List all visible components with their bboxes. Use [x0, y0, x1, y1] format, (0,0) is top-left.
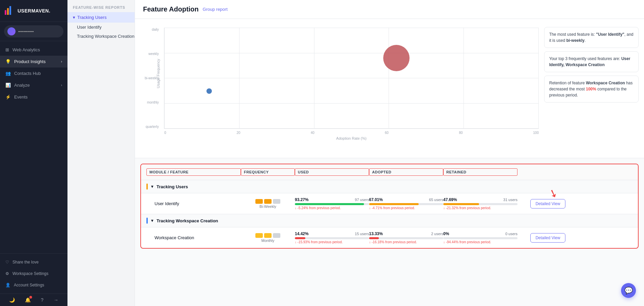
freq-dot-w2	[264, 233, 272, 238]
adopted-progress-bg-1	[369, 203, 443, 205]
metric-cell-adopted-1: 67.01% 65 users ↓ -4.71% from previous p…	[369, 197, 443, 210]
freq-dot-w1	[255, 233, 263, 238]
sidebar-item-workspace-settings[interactable]: ⚙ Workspace Settings	[0, 268, 67, 279]
nav-label: Web Analytics	[12, 47, 40, 52]
sub-nav-tracking-users[interactable]: ▾ Tracking Users	[67, 12, 135, 23]
sidebar-item-product-insights[interactable]: 💡 Product Insights ›	[0, 56, 67, 67]
used-pct-2: 14.42%	[295, 231, 309, 236]
sub-nav-label: Tracking Users	[77, 15, 107, 20]
group-label-tracking-workspace: Tracking Workspace Creation	[157, 218, 218, 223]
bubble-user-identify	[383, 45, 410, 71]
chevron-right-icon: ›	[61, 60, 62, 63]
used-pct-1: 93.27%	[295, 197, 309, 202]
chevron-right-icon: ›	[61, 83, 62, 87]
page-title: Feature Adoption	[143, 5, 199, 13]
sidebar-item-analyze[interactable]: 📊 Analyze ›	[0, 79, 67, 91]
grid-lines-v	[164, 28, 539, 129]
main-area: FEATURE-WISE REPORTS ▾ Tracking Users Us…	[67, 0, 644, 306]
page-header: Feature Adoption Group report	[135, 0, 644, 19]
group-row-tracking-workspace[interactable]: ▾ Tracking Workspace Creation	[141, 214, 638, 227]
y-label-monthly: monthly	[147, 101, 159, 104]
table-row: User Identify Bi-Weekly 93.27% 97 users	[141, 193, 638, 214]
sidebar-bottom: ♡ Share the love ⚙ Workspace Settings 👤 …	[0, 253, 67, 294]
account-area: ••••••••••••	[0, 22, 67, 41]
y-label-daily: daily	[152, 28, 159, 31]
feature-name-workspace-creation: Workspace Creation	[146, 235, 241, 240]
action-cell-2: Detailed View	[517, 233, 578, 243]
main-nav: ⊞ Web Analytics 💡 Product Insights › 👥 C…	[0, 41, 67, 253]
users-icon: 👥	[5, 71, 11, 76]
frequency-dots	[255, 199, 280, 204]
group-report-link[interactable]: Group report	[203, 7, 228, 12]
svg-rect-1	[7, 8, 9, 15]
used-users-2: 15 users	[355, 232, 369, 236]
x-label-0: 0	[164, 131, 166, 135]
x-axis-title: Adoption Rate (%)	[164, 136, 539, 140]
adopted-pct-2: 13.33%	[369, 231, 383, 236]
svg-rect-2	[9, 6, 11, 15]
th-frequency: FREQUENCY	[241, 168, 295, 176]
chart-section: Usage Frequency	[135, 19, 644, 158]
metric-cell-used-1: 93.27% 97 users ↓ -5.24% from previous p…	[295, 197, 369, 210]
metric-cell-retained-2: 0% 0 users ↓ -94.44% from previous perio…	[443, 231, 517, 244]
freq-label-monthly: Monthly	[261, 239, 275, 243]
group-row-tracking-users[interactable]: ▾ Tracking Users	[141, 180, 638, 193]
used-progress-bg-2	[295, 237, 369, 239]
adopted-change-1: ↓ -4.71% from previous period.	[369, 206, 443, 210]
th-retained: RETAINED	[443, 168, 517, 176]
detailed-view-button-1[interactable]: Detailed View	[530, 199, 565, 208]
adopted-progress-fill-1	[369, 203, 419, 205]
retained-users-2: 0 users	[505, 232, 517, 236]
chat-bubble-button[interactable]: 💬	[621, 283, 636, 298]
x-label-80: 80	[459, 131, 463, 135]
freq-dot-3	[273, 199, 280, 204]
retained-progress-bg-1	[443, 203, 517, 205]
sidebar-item-web-analytics[interactable]: ⊞ Web Analytics	[0, 44, 67, 56]
retained-change-2: ↓ -94.44% from previous period.	[443, 240, 517, 244]
sidebar-item-share-love[interactable]: ♡ Share the love	[0, 256, 67, 268]
adopted-pct-1: 67.01%	[369, 197, 383, 202]
retained-progress-bg-2	[443, 237, 517, 239]
sub-nav-child-label: Tracking Workspace Creation	[77, 34, 135, 39]
action-cell-1: ➘ Detailed View	[517, 199, 578, 208]
content-wrapper: FEATURE-WISE REPORTS ▾ Tracking Users Us…	[67, 0, 644, 306]
used-change-2: ↓ -15.93% from previous period.	[295, 240, 369, 244]
x-label-60: 60	[385, 131, 389, 135]
zap-icon: ⚡	[5, 94, 11, 100]
sidebar-footer: 🌙 🔔 ? →	[0, 294, 67, 306]
sub-nav-tracking-workspace[interactable]: Tracking Workspace Creation	[67, 32, 135, 41]
sidebar-item-events[interactable]: ⚡ Events	[0, 91, 67, 103]
logo-area: USERMAVEN.	[0, 0, 67, 22]
y-label-biweekly: bi-weekly	[145, 76, 159, 80]
y-label-weekly: weekly	[148, 52, 159, 56]
settings-icon: ⚙	[5, 271, 9, 276]
detailed-view-button-2[interactable]: Detailed View	[530, 233, 565, 243]
insight-card-2: Your top 3 frequently used features are:…	[544, 51, 639, 72]
sidebar-item-account-settings[interactable]: 👤 Account Settings	[0, 279, 67, 291]
adopted-change-2: ↓ -16.18% from previous period.	[369, 240, 443, 244]
grid-icon: ⊞	[5, 47, 9, 52]
help-icon[interactable]: ?	[41, 297, 44, 303]
nav-label: Events	[14, 94, 28, 100]
bell-icon[interactable]: 🔔	[25, 297, 31, 303]
sub-sidebar-title: FEATURE-WISE REPORTS	[67, 5, 135, 12]
chevron-down-icon: ▾	[73, 15, 75, 20]
grid-lines-h	[164, 28, 539, 129]
th-adopted: ADOPTED	[369, 168, 443, 176]
sidebar-item-contacts-hub[interactable]: 👥 Contacts Hub	[0, 67, 67, 79]
logout-icon[interactable]: →	[54, 297, 58, 303]
adopted-users-2: 2 users	[431, 232, 443, 236]
retained-pct-2: 0%	[443, 231, 449, 236]
insight-cards: The most used feature is: "User Identify…	[544, 24, 639, 152]
chart-icon: 📊	[5, 83, 11, 88]
freq-label-biweekly: Bi-Weekly	[259, 204, 276, 208]
nav-label: Account Settings	[14, 283, 44, 287]
account-pill[interactable]: ••••••••••••	[4, 25, 63, 37]
used-change-1: ↓ -5.24% from previous period.	[295, 206, 369, 210]
frequency-dots-workspace	[255, 233, 280, 238]
moon-icon[interactable]: 🌙	[9, 297, 15, 303]
sub-nav-user-identify[interactable]: User Identify	[67, 23, 135, 32]
adopted-users-1: 65 users	[429, 198, 443, 202]
nav-label: Workspace Settings	[12, 271, 49, 276]
retained-progress-fill-1	[443, 203, 479, 205]
